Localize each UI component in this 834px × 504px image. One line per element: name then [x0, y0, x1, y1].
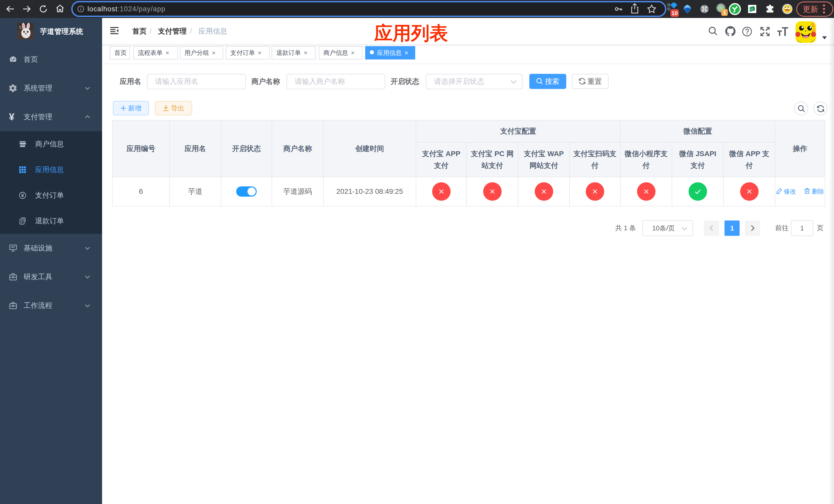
svg-text:1: 1 [723, 9, 726, 16]
svg-text:10: 10 [672, 10, 678, 17]
